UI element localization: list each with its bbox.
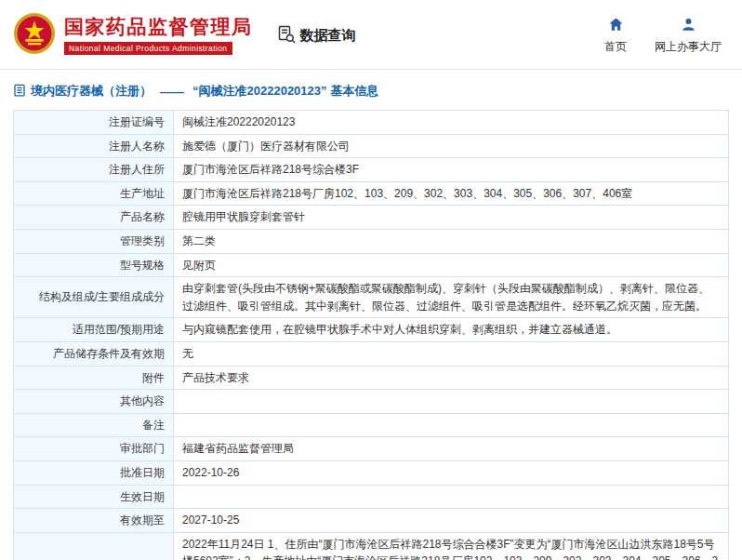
field-value: 由穿刺套管(头段由不锈钢+聚碳酸酯或聚碳酸酯制成)、穿刺针（头段由聚碳酸酯制成）… [174,277,729,318]
table-row: 结构及组成/主要组成成分 由穿刺套管(头段由不锈钢+聚碳酸酯或聚碳酸酯制成)、穿… [14,277,729,318]
org-name-en: National Medical Products Administration [64,42,232,55]
table-row: 附件 产品技术要求 [14,366,729,390]
field-value: 2027-10-25 [174,509,729,533]
field-label: 有效期至 [14,509,174,533]
field-label: 注册人名称 [14,134,174,158]
field-value: 腔镜用甲状腺穿刺套管针 [174,206,729,230]
field-value [174,413,729,437]
table-row: 适用范围/预期用途 与内窥镜配套使用，在腔镜甲状腺手术中对人体组织穿刺、剥离组织… [14,318,729,342]
table-row: 注册证编号 闽械注准20222020123 [14,111,729,135]
person-icon [681,17,696,35]
page-title-category: 境内医疗器械（注册） [31,83,152,100]
nav-service-hall-label: 网上办事大厅 [655,39,722,55]
table-row: 备注 [14,413,729,437]
nav-home[interactable]: 首页 [604,17,627,55]
home-icon [608,17,624,35]
field-value: 产品技术要求 [174,366,729,390]
data-query-label: 数据查询 [300,27,356,45]
field-label: 批准日期 [14,460,174,485]
field-label: 适用范围/预期用途 [14,318,174,342]
table-row: 注册人住所 厦门市海沧区后祥路218号综合楼3F [14,158,729,182]
field-value: 2022年11月24日 1、住所由“厦门市海沧区后祥路218号综合合楼3F”变更… [174,532,729,560]
field-label: 管理类别 [14,229,174,253]
page-title: 境内医疗器械（注册） —— “闽械注准20222020123” 基本信息 [13,83,729,100]
table-row: 有效期至 2027-10-25 [14,509,729,533]
field-label: 附件 [14,366,174,390]
field-label: 变更情况 [14,532,174,560]
field-value [174,485,729,509]
table-row: 变更情况 2022年11月24日 1、住所由“厦门市海沧区后祥路218号综合合楼… [14,532,729,560]
field-label: 产品储存条件及有效期 [14,341,174,366]
brand-text: 国家药品监督管理局 National Medical Products Admi… [64,16,253,54]
document-icon [13,84,26,100]
field-value [174,390,729,414]
page-title-dash: —— [160,85,184,99]
field-label: 产品名称 [14,206,174,230]
document-search-icon [277,25,296,47]
field-value: 福建省药品监督管理局 [174,437,729,461]
national-emblem-icon [13,12,56,59]
brand: 国家药品监督管理局 National Medical Products Admi… [13,12,253,59]
field-label: 生产地址 [14,181,174,206]
table-row: 其他内容 [14,390,729,414]
field-label: 型号规格 [14,253,174,277]
field-value: 厦门市海沧区后祥路218号厂房102、103、209、302、303、304、3… [174,181,729,206]
page-title-record: “闽械注准20222020123” 基本信息 [192,83,378,100]
nav-home-label: 首页 [604,39,627,55]
field-label: 审批部门 [14,437,174,461]
data-query-nav[interactable]: 数据查询 [277,25,356,47]
field-value: 2022-10-26 [174,460,729,485]
field-value: 第二类 [174,229,729,253]
top-nav: 首页 网上办事大厅 [604,17,727,55]
field-value: 闽械注准20222020123 [174,111,729,135]
table-row: 产品储存条件及有效期 无 [14,341,729,366]
field-value: 见附页 [174,253,729,277]
org-name-cn: 国家药品监督管理局 [64,16,253,38]
field-value: 厦门市海沧区后祥路218号综合楼3F [174,158,729,182]
field-label: 其他内容 [14,390,174,414]
field-label: 注册人住所 [14,158,174,182]
table-row: 审批部门 福建省药品监督管理局 [14,437,729,461]
table-row: 生产地址 厦门市海沧区后祥路218号厂房102、103、209、302、303、… [14,181,729,206]
field-label: 结构及组成/主要组成成分 [14,277,174,318]
registration-info-table: 注册证编号 闽械注准20222020123 注册人名称 施爱德（厦门）医疗器材有… [13,110,729,560]
table-row: 注册人名称 施爱德（厦门）医疗器材有限公司 [14,134,729,158]
nav-service-hall[interactable]: 网上办事大厅 [655,17,722,55]
field-value: 与内窥镜配套使用，在腔镜甲状腺手术中对人体组织穿刺、剥离组织，并建立器械通道。 [174,318,729,342]
field-label: 注册证编号 [14,111,174,135]
field-label: 生效日期 [14,485,174,509]
table-row: 产品名称 腔镜用甲状腺穿刺套管针 [14,206,729,230]
field-label: 备注 [14,413,174,437]
table-row: 生效日期 [14,485,729,509]
table-row: 批准日期 2022-10-26 [14,460,729,485]
main-content: 境内医疗器械（注册） —— “闽械注准20222020123” 基本信息 注册证… [0,70,742,560]
table-row: 管理类别 第二类 [14,229,729,253]
table-row: 型号规格 见附页 [14,253,729,277]
field-value: 施爱德（厦门）医疗器材有限公司 [174,134,729,158]
field-value: 无 [174,341,729,366]
site-header: 国家药品监督管理局 National Medical Products Admi… [0,0,742,69]
